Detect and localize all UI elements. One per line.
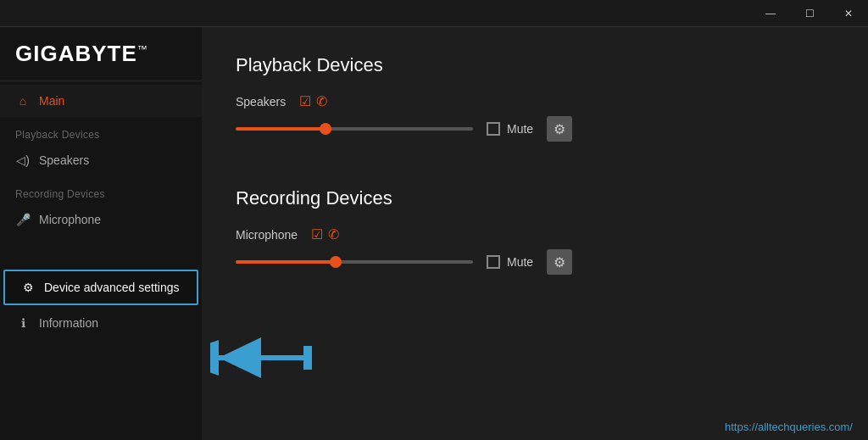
speakers-phone-icon[interactable]: ✆ [316, 93, 327, 109]
speakers-volume-slider[interactable] [236, 126, 473, 131]
microphone-mute-checkbox[interactable] [487, 255, 500, 269]
logo-tm: ™ [137, 43, 148, 55]
speakers-icons: ☑ ✆ [299, 93, 327, 109]
microphone-track [236, 260, 473, 264]
sidebar-information-label: Information [39, 316, 98, 330]
microphone-icons: ☑ ✆ [311, 226, 339, 242]
microphone-label-row: Microphone ☑ ✆ [236, 226, 834, 242]
home-icon: ⌂ [15, 94, 31, 108]
playback-section: Playback Devices Speakers ☑ ✆ [236, 54, 834, 142]
speakers-gear-icon: ⚙ [554, 121, 565, 137]
microphone-mute-section: Mute [487, 255, 533, 269]
sidebar-section-playback: Playback Devices [0, 117, 202, 144]
sidebar-device-advanced-label: Device advanced settings [44, 281, 180, 294]
playback-title: Playback Devices [236, 54, 834, 76]
gear-icon: ⚙ [20, 281, 36, 294]
titlebar: — ☐ ✕ [0, 0, 868, 27]
microphone-label: Microphone [236, 228, 298, 242]
sidebar-nav: ⌂ Main Playback Devices ◁) Speakers Reco… [0, 81, 202, 440]
recording-section: Recording Devices Microphone ☑ ✆ [236, 187, 834, 275]
speakers-slider-row: Mute ⚙ [236, 116, 834, 142]
section-divider [236, 167, 834, 187]
speaker-icon: ◁) [15, 153, 31, 167]
speakers-thumb[interactable] [320, 123, 331, 135]
speakers-track [236, 127, 473, 131]
sidebar-main-label: Main [39, 94, 64, 108]
speakers-check-icon[interactable]: ☑ [299, 93, 311, 109]
sidebar-item-information[interactable]: ℹ Information [0, 307, 202, 339]
sidebar-item-speakers[interactable]: ◁) Speakers [0, 144, 202, 176]
microphone-check-icon[interactable]: ☑ [311, 226, 323, 242]
sidebar: GIGABYTE™ ⌂ Main Playback Devices ◁) Spe… [0, 27, 202, 440]
speakers-row: Speakers ☑ ✆ Mute [236, 93, 834, 142]
microphone-slider-row: Mute ⚙ [236, 249, 834, 275]
minimize-button[interactable]: — [751, 0, 790, 27]
microphone-row: Microphone ☑ ✆ Mute [236, 226, 834, 275]
microphone-gear-button[interactable]: ⚙ [547, 249, 572, 275]
app-body: GIGABYTE™ ⌂ Main Playback Devices ◁) Spe… [0, 27, 868, 440]
logo-brand: GIGABYTE [15, 41, 137, 66]
microphone-thumb[interactable] [330, 256, 342, 268]
maximize-button[interactable]: ☐ [790, 0, 829, 27]
speakers-mute-checkbox[interactable] [487, 122, 500, 136]
microphone-phone-icon[interactable]: ✆ [328, 226, 339, 242]
logo-text: GIGABYTE™ [15, 41, 148, 66]
speakers-label-row: Speakers ☑ ✆ [236, 93, 834, 109]
sidebar-item-device-advanced[interactable]: ⚙ Device advanced settings [3, 270, 198, 305]
microphone-mute-label: Mute [507, 255, 533, 269]
speakers-gear-button[interactable]: ⚙ [547, 116, 572, 142]
sidebar-item-main[interactable]: ⌂ Main [0, 85, 202, 117]
sidebar-logo: GIGABYTE™ [0, 27, 202, 81]
speakers-mute-section: Mute [487, 122, 533, 136]
main-content: Playback Devices Speakers ☑ ✆ [202, 27, 868, 440]
recording-title: Recording Devices [236, 187, 834, 209]
sidebar-item-microphone[interactable]: 🎤 Microphone [0, 203, 202, 236]
sidebar-speakers-label: Speakers [39, 153, 89, 167]
sidebar-section-recording: Recording Devices [0, 176, 202, 203]
microphone-volume-slider[interactable] [236, 259, 473, 265]
info-icon: ℹ [15, 316, 31, 330]
close-button[interactable]: ✕ [829, 0, 868, 27]
speakers-mute-label: Mute [507, 122, 533, 136]
sidebar-microphone-label: Microphone [39, 213, 101, 226]
mic-icon: 🎤 [15, 213, 31, 226]
speakers-label: Speakers [236, 95, 286, 109]
watermark: https://alltechqueries.com/ [725, 421, 853, 433]
microphone-gear-icon: ⚙ [554, 254, 565, 270]
